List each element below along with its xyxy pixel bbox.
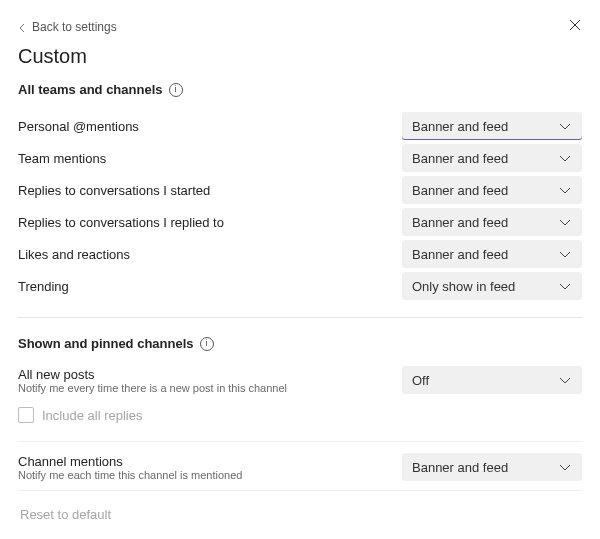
dropdown-trending[interactable]: Only show in feed [402, 272, 582, 300]
setting-label-replies-to-conversations-i-replied-to: Replies to conversations I replied to [18, 215, 224, 230]
dropdown-team-mentions[interactable]: Banner and feed [402, 144, 582, 172]
back-to-settings-link[interactable]: Back to settings [18, 20, 117, 34]
dropdown-all-new-posts[interactable]: Off [402, 366, 582, 394]
chevron-down-icon [558, 217, 572, 227]
setting-label-replies-to-conversations-i-started: Replies to conversations I started [18, 183, 210, 198]
dropdown-replies-to-conversations-i-replied-to[interactable]: Banner and feed [402, 208, 582, 236]
reset-to-default-button[interactable]: Reset to default [18, 501, 582, 539]
close-button[interactable] [568, 18, 582, 35]
setting-label-personal-mentions: Personal @mentions [18, 119, 139, 134]
row-divider [18, 441, 582, 442]
chevron-left-icon [18, 20, 26, 34]
setting-label-team-mentions: Team mentions [18, 151, 106, 166]
dropdown-channel-mentions[interactable]: Banner and feed [402, 453, 582, 481]
chevron-down-icon [558, 249, 572, 259]
close-icon [568, 18, 582, 32]
include-replies-checkbox[interactable] [18, 407, 34, 423]
dropdown-value: Banner and feed [412, 119, 508, 134]
section-shown-pinned-heading: Shown and pinned channels i [18, 336, 582, 351]
dropdown-value: Banner and feed [412, 460, 508, 475]
dropdown-value: Only show in feed [412, 279, 515, 294]
back-label: Back to settings [32, 20, 117, 34]
setting-label-trending: Trending [18, 279, 69, 294]
setting-label-channel-mentions: Channel mentions [18, 454, 242, 469]
dropdown-value: Banner and feed [412, 151, 508, 166]
dropdown-replies-to-conversations-i-started[interactable]: Banner and feed [402, 176, 582, 204]
info-icon[interactable]: i [200, 337, 214, 351]
include-replies-label: Include all replies [42, 408, 142, 423]
setting-sublabel-all-new-posts: Notify me every time there is a new post… [18, 382, 287, 394]
chevron-down-icon [558, 121, 572, 131]
chevron-down-icon [558, 281, 572, 291]
dropdown-value: Banner and feed [412, 247, 508, 262]
setting-label-all-new-posts: All new posts [18, 367, 287, 382]
dropdown-likes-and-reactions[interactable]: Banner and feed [402, 240, 582, 268]
dropdown-value: Banner and feed [412, 183, 508, 198]
dropdown-value: Off [412, 373, 429, 388]
row-divider [18, 490, 582, 491]
chevron-down-icon [558, 185, 572, 195]
chevron-down-icon [558, 462, 572, 472]
page-title: Custom [18, 45, 582, 68]
setting-sublabel-channel-mentions: Notify me each time this channel is ment… [18, 469, 242, 481]
setting-label-likes-and-reactions: Likes and reactions [18, 247, 130, 262]
section-divider [18, 317, 582, 318]
info-icon[interactable]: i [169, 83, 183, 97]
chevron-down-icon [558, 153, 572, 163]
dropdown-value: Banner and feed [412, 215, 508, 230]
chevron-down-icon [558, 375, 572, 385]
section-all-teams-heading: All teams and channels i [18, 82, 582, 97]
dropdown-personal-mentions[interactable]: Banner and feed [402, 112, 582, 140]
